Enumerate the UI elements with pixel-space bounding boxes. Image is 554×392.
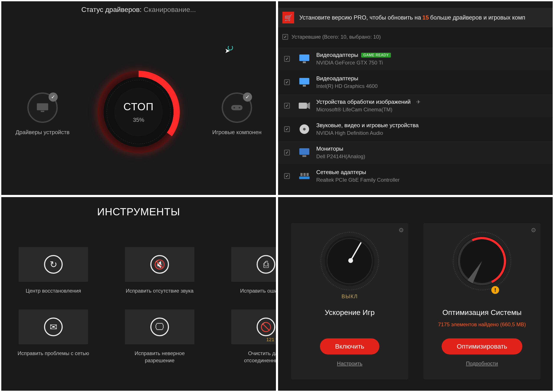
- svg-rect-14: [302, 155, 306, 157]
- driver-category: Звуковые, видео и игровые устройства: [316, 122, 419, 129]
- cursor-icon: ➤: [225, 47, 230, 55]
- boost-card: ⚙!.Оптимизация Системы7175 элементов най…: [423, 223, 540, 379]
- cleanup-icon: 🚫: [256, 318, 275, 336]
- card-link[interactable]: Подробности: [466, 361, 498, 367]
- module-device-drivers[interactable]: ✓ Драйверы устройств: [8, 92, 77, 136]
- driver-category: Мониторы: [316, 145, 365, 152]
- svg-rect-0: [37, 103, 48, 110]
- device-icon: [298, 146, 311, 159]
- tool-item: 🖵Исправить неверноеразрешение: [118, 309, 201, 364]
- driver-name: Realtek PCIe GbE Family Controller: [316, 177, 400, 183]
- driver-list: ВидеоадаптерыGAME READYNVIDIA GeForce GT…: [278, 47, 553, 195]
- driver-row[interactable]: Устройства обработки изображений✈Microso…: [278, 94, 553, 117]
- pro-banner[interactable]: 🛒 Установите версию PRO, чтобы обновить …: [278, 8, 553, 27]
- driver-name: NVIDIA High Definition Audio: [316, 130, 419, 136]
- tools-panel: ИНСТРУМЕНТЫ ↻Центр восстановления🔇Исправ…: [1, 197, 276, 391]
- monitor-icon: ✓: [27, 92, 58, 123]
- checkbox-icon[interactable]: [284, 79, 290, 85]
- tool-label: Исправить проблемы с сетью: [18, 350, 89, 357]
- svg-rect-18: [306, 173, 309, 176]
- card-subtitle: 7175 элементов найдено (660,5 МВ): [438, 322, 526, 328]
- driver-row[interactable]: Сетевые адаптерыRealtek PCIe GbE Family …: [278, 164, 553, 188]
- svg-rect-1: [41, 111, 44, 112]
- device-icon: [298, 53, 311, 65]
- driver-text: Звуковые, видео и игровые устройстваNVID…: [316, 122, 419, 136]
- scan-percent: 35%: [133, 117, 144, 123]
- checkbox-icon[interactable]: [284, 126, 290, 132]
- tool-button[interactable]: ✉: [19, 309, 88, 344]
- module-label: Игровые компонен: [202, 129, 272, 136]
- svg-point-3: [233, 107, 235, 109]
- tool-item: 🔇Исправить отсутствие звука: [118, 247, 201, 294]
- driver-list-panel: 🛒 Установите версию PRO, чтобы обновить …: [278, 1, 553, 195]
- scan-panel: Статус драйверов: Сканирование... ➤ ✓ Др…: [1, 1, 276, 195]
- tool-item: ↻Центр восстановления: [12, 247, 95, 294]
- tool-button[interactable]: 🖵: [125, 309, 194, 344]
- scan-status: Статус драйверов: Сканирование...: [1, 6, 276, 14]
- driver-row[interactable]: Звуковые, видео и игровые устройстваNVID…: [278, 117, 553, 141]
- tool-label: Исправить ошибку ус: [240, 287, 276, 294]
- driver-row[interactable]: ВидеоадаптерыIntel(R) HD Graphics 4600: [278, 70, 553, 94]
- check-icon: ✓: [48, 92, 58, 102]
- svg-rect-6: [303, 61, 306, 63]
- svg-point-12: [303, 128, 306, 130]
- game-ready-badge: GAME READY: [361, 53, 391, 57]
- svg-rect-5: [299, 55, 309, 61]
- checkbox-icon[interactable]: [284, 103, 290, 109]
- driver-name: Dell P2414H(Analog): [316, 154, 365, 160]
- gear-icon[interactable]: ⚙: [398, 227, 404, 234]
- driver-text: Сетевые адаптерыRealtek PCIe GbE Family …: [316, 169, 400, 183]
- tool-item: 🚫121 устройствОчистить даннотсоединенных…: [225, 309, 276, 364]
- boost-card: ⚙ВЫКЛУскорение Игр.ВключитьНастроить: [291, 223, 408, 379]
- dial-gauge-icon: [320, 232, 379, 290]
- scan-inner: СТОП 35%: [114, 88, 163, 136]
- tool-item: ✉Исправить проблемы с сетью: [12, 309, 95, 364]
- resolution-icon: 🖵: [150, 318, 169, 336]
- driver-row[interactable]: МониторыDell P2414H(Analog): [278, 141, 553, 164]
- tool-button[interactable]: ↻: [19, 247, 88, 282]
- driver-name: Microsoft® LifeCam Cinema(TM): [316, 107, 421, 113]
- cards-wrap: ⚙ВЫКЛУскорение Игр.ВключитьНастроить⚙!.О…: [291, 223, 553, 379]
- svg-rect-17: [304, 173, 306, 176]
- card-link[interactable]: Настроить: [337, 361, 362, 367]
- net-icon: ✉: [44, 318, 63, 336]
- banner-count: 15: [421, 14, 430, 21]
- checkbox-icon[interactable]: [284, 56, 290, 62]
- checkbox-icon[interactable]: [284, 150, 290, 155]
- scan-status-value: Сканирование...: [144, 6, 196, 14]
- tools-title: ИНСТРУМЕНТЫ: [1, 206, 276, 218]
- tool-item: ⎙1 ошибкаИсправить ошибку ус: [225, 247, 276, 294]
- driver-text: МониторыDell P2414H(Analog): [316, 145, 365, 160]
- driver-row[interactable]: ВидеоадаптерыGAME READYNVIDIA GeForce GT…: [278, 47, 553, 70]
- gear-icon[interactable]: ⚙: [531, 227, 536, 234]
- tool-button[interactable]: 🔇: [125, 247, 194, 282]
- select-all-row[interactable]: Устаревшие (Всего: 10, выбрано: 10): [282, 34, 381, 40]
- tool-warning: 121 устройств: [266, 337, 276, 343]
- dial-state: ВЫКЛ: [342, 294, 358, 300]
- tool-label: Исправить отсутствие звука: [126, 287, 194, 294]
- card-title: Оптимизация Системы: [442, 308, 521, 317]
- banner-pre: Установите версию PRO, чтобы обновить на: [299, 14, 421, 21]
- card-action-button[interactable]: Включить: [320, 338, 380, 354]
- card-action-button[interactable]: Оптимизировать: [442, 338, 522, 354]
- module-game-components[interactable]: ✓ Игровые компонен: [202, 92, 272, 136]
- driver-category: ВидеоадаптерыGAME READY: [316, 52, 391, 58]
- select-all-label: Устаревшие (Всего: 10, выбрано: 10): [291, 34, 381, 40]
- card-title: Ускорение Игр: [325, 308, 375, 317]
- tool-button[interactable]: ⎙1 ошибка: [231, 247, 276, 282]
- tool-button[interactable]: 🚫121 устройств: [231, 309, 276, 344]
- svg-rect-13: [299, 148, 309, 155]
- scan-stop-button[interactable]: СТОП 35%: [97, 71, 180, 153]
- svg-rect-16: [300, 173, 303, 176]
- cart-icon: 🛒: [282, 12, 294, 23]
- driver-category: Видеоадаптеры: [316, 75, 378, 82]
- driver-text: ВидеоадаптерыGAME READYNVIDIA GeForce GT…: [316, 52, 391, 66]
- banner-post: больше драйверов и игровых комп: [430, 14, 525, 21]
- warning-icon: !: [491, 286, 499, 294]
- driver-name: Intel(R) HD Graphics 4600: [316, 83, 378, 89]
- checkbox-icon[interactable]: [282, 34, 288, 40]
- checkbox-icon[interactable]: [284, 173, 290, 179]
- driver-text: ВидеоадаптерыIntel(R) HD Graphics 4600: [316, 75, 378, 89]
- device-error-icon: ⎙: [256, 255, 275, 274]
- svg-rect-15: [299, 176, 310, 179]
